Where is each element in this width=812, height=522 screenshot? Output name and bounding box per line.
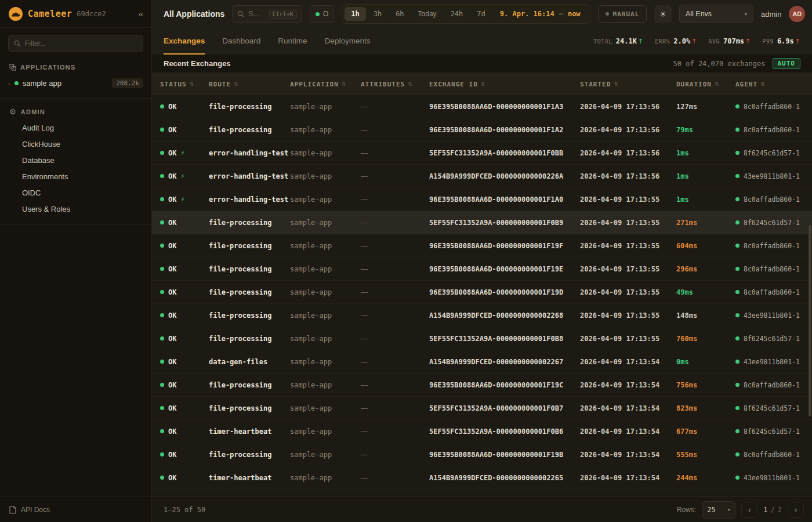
attributes-cell: —	[361, 172, 429, 180]
attributes-cell: —	[361, 103, 429, 111]
global-search-input[interactable]: S... Ctrl+K	[232, 5, 302, 23]
exchange-row[interactable]: OK ⚡ file-processing sample-app — A154B9…	[152, 304, 812, 327]
attributes-cell: —	[361, 288, 429, 296]
online-status-dot	[316, 12, 320, 16]
duration-cell: 604ms	[676, 242, 735, 250]
sidebar-item-sample-app[interactable]: › sample app 208.2k	[0, 75, 151, 91]
exchange-id-cell: 96E395B0088AA6D-000000000001F19E	[429, 265, 580, 273]
sidebar-item-oidc[interactable]: OIDC	[0, 185, 151, 201]
column-header-application[interactable]: APPLICATION⇅	[290, 81, 361, 88]
scrollbar[interactable]	[809, 225, 811, 416]
time-range-today[interactable]: Today	[412, 7, 443, 21]
route-cell: file-processing	[209, 451, 290, 459]
online-filter-toggle[interactable]: O	[310, 5, 334, 23]
time-range-3h[interactable]: 3h	[367, 7, 388, 21]
agent-status-dot	[735, 383, 740, 387]
theme-toggle-button[interactable]: ☀	[654, 5, 672, 23]
sort-icon: ⇅	[614, 81, 619, 87]
application-cell: sample-app	[290, 219, 361, 227]
exchange-row[interactable]: OK ⚡ file-processing sample-app — 96E395…	[152, 281, 812, 304]
column-header-attributes[interactable]: ATTRIBUTES⇅	[361, 81, 429, 88]
exchange-row[interactable]: OK ⚡ timer-heartbeat sample-app — 5EF55F…	[152, 420, 812, 443]
agent-status-dot	[735, 429, 740, 433]
exchange-id-cell: 5EF55FC31352A9A-000000000001F0B8	[429, 335, 580, 343]
time-range-group: 1h 3h 6h Today 24h 7d 9. Apr. 16:14 — no…	[342, 4, 590, 24]
column-header-route[interactable]: ROUTE⇅	[209, 81, 290, 88]
sort-icon: ⇅	[342, 81, 347, 87]
exchange-row[interactable]: OK ⚡ data-gen-files sample-app — A154B9A…	[152, 350, 812, 374]
column-header-exchange-id[interactable]: EXCHANGE ID⇅	[429, 81, 580, 88]
status-cell: OK ⚡	[160, 149, 209, 157]
exchange-row[interactable]: OK ⚡ file-processing sample-app — 5EF55F…	[152, 211, 812, 234]
avatar[interactable]: AD	[789, 6, 805, 22]
sidebar-filter[interactable]	[8, 35, 143, 52]
duration-cell: 148ms	[676, 311, 735, 320]
exchange-row[interactable]: OK ⚡ file-processing sample-app — 5EF55F…	[152, 327, 812, 350]
sidebar-item-clickhouse[interactable]: ClickHouse	[0, 136, 151, 153]
sort-icon: ⇅	[481, 81, 486, 87]
sidebar-item-environments[interactable]: Environments	[0, 169, 151, 185]
tab-exchanges[interactable]: Exchanges	[164, 28, 205, 55]
tab-runtime[interactable]: Runtime	[278, 28, 307, 55]
next-page-button[interactable]: ›	[788, 502, 804, 518]
attributes-cell: —	[361, 381, 429, 389]
bolt-icon: ⚡	[180, 196, 184, 202]
status-ok-dot	[160, 406, 164, 410]
status-cell: OK ⚡	[160, 474, 209, 482]
tab-dashboard[interactable]: Dashboard	[222, 28, 260, 55]
sidebar-item-users-roles[interactable]: Users & Roles	[0, 201, 151, 217]
time-range-7d[interactable]: 7d	[470, 7, 491, 21]
prev-page-button[interactable]: ‹	[741, 502, 757, 518]
exchange-row[interactable]: OK ⚡ error-handling-test sample-app — A1…	[152, 165, 812, 188]
sidebar-filter-input[interactable]	[25, 39, 137, 48]
bolt-icon: ⚡	[180, 150, 184, 156]
duration-cell: 1ms	[676, 195, 735, 204]
duration-cell: 756ms	[676, 381, 735, 389]
app-name: sample app	[23, 79, 61, 88]
agent-cell: 8c0affadb860-1	[735, 265, 812, 273]
exchange-count: 50 of 24,070 exchanges	[673, 60, 766, 68]
status-cell: OK ⚡	[160, 288, 209, 296]
exchange-row[interactable]: OK ⚡ file-processing sample-app — 5EF55F…	[152, 397, 812, 420]
chevron-down-icon: ▾	[744, 11, 747, 17]
duration-cell: 127ms	[676, 103, 735, 111]
column-header-status[interactable]: STATUS⇅	[160, 81, 209, 88]
env-select[interactable]: All Envs ▾	[679, 5, 753, 23]
column-header-agent[interactable]: AGENT⇅	[735, 81, 812, 88]
tab-deployments[interactable]: Deployments	[325, 28, 371, 55]
started-cell: 2026-04-09 17:13:56	[580, 172, 676, 180]
agent-cell: 8c0affadb860-1	[735, 126, 812, 134]
application-cell: sample-app	[290, 288, 361, 296]
exchange-row[interactable]: OK ⚡ timer-heartbeat sample-app — A154B9…	[152, 466, 812, 490]
auto-refresh-badge[interactable]: AUTO	[773, 58, 801, 69]
rows-per-page-select[interactable]: 25 ▾	[702, 501, 735, 519]
exchange-row[interactable]: OK ⚡ file-processing sample-app — 96E395…	[152, 443, 812, 466]
trend-up-icon: ↑	[795, 38, 800, 45]
exchange-row[interactable]: OK ⚡ file-processing sample-app — 96E395…	[152, 374, 812, 397]
time-range-6h[interactable]: 6h	[389, 7, 410, 21]
exchange-row[interactable]: OK ⚡ file-processing sample-app — 96E395…	[152, 118, 812, 142]
agent-status-dot	[735, 244, 740, 248]
time-range-1h[interactable]: 1h	[345, 7, 365, 21]
column-header-started[interactable]: STARTED⇅	[580, 81, 676, 88]
exchange-id-cell: 96E395B0088AA6D-000000000001F19B	[429, 451, 580, 459]
exchange-row[interactable]: OK ⚡ error-handling-test sample-app — 96…	[152, 188, 812, 211]
agent-cell: 8c0affadb860-1	[735, 242, 812, 250]
time-range-24h[interactable]: 24h	[444, 7, 470, 21]
sidebar-item-api-docs[interactable]: API Docs	[0, 496, 151, 522]
exchange-row[interactable]: OK ⚡ error-handling-test sample-app — 5E…	[152, 142, 812, 165]
sidebar-item-database[interactable]: Database	[0, 153, 151, 169]
exchange-row[interactable]: OK ⚡ file-processing sample-app — 96E395…	[152, 258, 812, 281]
status-ok-dot	[160, 174, 164, 178]
agent-cell: 8f6245c61d57-1	[735, 149, 812, 157]
sidebar-collapse-button[interactable]: «	[139, 9, 143, 19]
agent-cell: 8f6245c61d57-1	[735, 219, 812, 227]
column-header-duration[interactable]: DURATION⇅	[676, 81, 735, 88]
exchange-row[interactable]: OK ⚡ file-processing sample-app — 96E395…	[152, 95, 812, 118]
exchange-id-cell: 5EF55FC31352A9A-000000000001F0B7	[429, 404, 580, 412]
duration-cell: 0ms	[676, 358, 735, 366]
exchange-row[interactable]: OK ⚡ file-processing sample-app — 96E395…	[152, 234, 812, 258]
time-range-display[interactable]: 9. Apr. 16:14 — now	[500, 10, 581, 18]
manual-mode-button[interactable]: MANUAL	[598, 5, 647, 23]
sidebar-item-audit-log[interactable]: Audit Log	[0, 120, 151, 136]
